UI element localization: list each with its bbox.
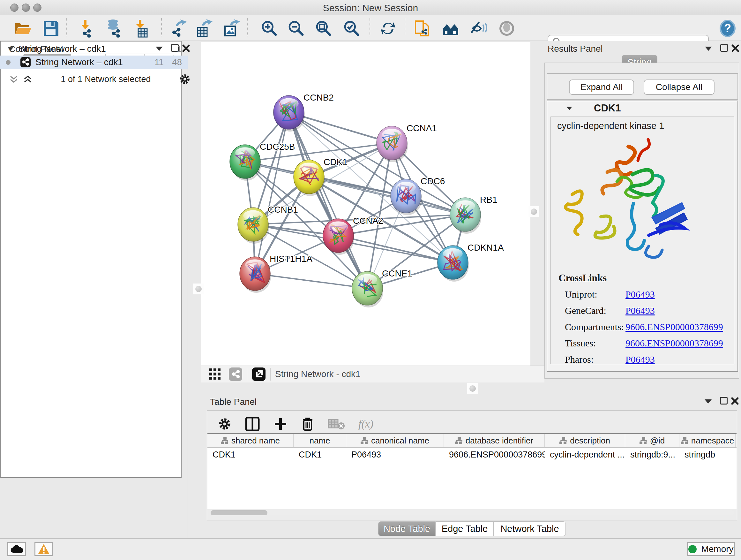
table-cell[interactable]: stringdb (679, 448, 736, 462)
expand-all-button[interactable]: Expand All (569, 79, 634, 95)
import-network-database-icon (105, 19, 124, 38)
birdseye-button[interactable] (441, 19, 461, 37)
open-session-button[interactable] (13, 19, 33, 37)
table-header-row: shared namenamecanonical namedatabase id… (207, 434, 737, 448)
refresh-button[interactable] (378, 19, 398, 37)
scrollbar-thumb[interactable] (211, 510, 267, 515)
network-options-gear-icon[interactable] (179, 73, 191, 85)
show-hide-graphics-button[interactable] (468, 19, 489, 37)
network-canvas[interactable]: CCNB2CCNA1CDC25BCDK1CDC6RB1CCNB1CCNA2CDK… (201, 42, 530, 366)
delete-table-icon-disabled (328, 418, 345, 430)
network-collection-row[interactable]: String Network – cdk1 1 (0, 42, 188, 56)
network-graph[interactable]: CCNB2CCNA1CDC25BCDK1CDC6RB1CCNB1CCNA2CDK… (201, 42, 530, 366)
svg-text:CDC25B: CDC25B (260, 142, 295, 152)
single-view-share-icon[interactable] (228, 367, 243, 381)
toolbar-separator (161, 18, 162, 37)
zoom-out-button[interactable] (286, 19, 307, 37)
create-column-icon[interactable] (273, 417, 287, 431)
cloud-icon (10, 545, 23, 553)
zoom-in-button[interactable] (259, 19, 280, 37)
crosslink-row: Uniprot:P06493 (565, 289, 734, 300)
expand-all-networks-icon[interactable] (23, 74, 32, 84)
grid-view-icon[interactable] (209, 368, 221, 381)
table-options-gear-icon[interactable] (218, 417, 231, 431)
tab-edge-table[interactable]: Edge Table (435, 521, 494, 536)
export-network-button[interactable] (169, 19, 189, 37)
table-cell[interactable]: CDK1 (293, 448, 346, 462)
import-network-file-icon (78, 19, 97, 38)
save-session-button[interactable] (41, 19, 61, 37)
right-splitter-handle[interactable] (529, 206, 539, 217)
tab-network-table[interactable]: Network Table (494, 521, 566, 536)
crosslink-value-link[interactable]: 9606.ENSP00000378699 (625, 338, 723, 349)
column-header--id[interactable]: @id (625, 434, 679, 447)
table-panel-close-icon[interactable] (731, 397, 739, 405)
gene-section-caret-icon[interactable] (566, 107, 572, 110)
gene-section-header[interactable]: CDK1 (547, 101, 738, 115)
table-cell[interactable]: 9606.ENSP00000378699 (444, 448, 545, 462)
table-cell[interactable]: cyclin-dependent ... (545, 448, 625, 462)
string-results-content: Expand All Collapse All CDK1 cyclin-depe… (544, 63, 739, 379)
zoom-in-icon (261, 20, 278, 37)
main-toolbar: ? (0, 15, 741, 41)
toolbar-separator (405, 18, 405, 37)
import-network-file-button[interactable] (77, 19, 98, 37)
network-row[interactable]: String Network – cdk1 11 48 (0, 56, 188, 69)
crosslink-value-link[interactable]: P06493 (625, 289, 655, 300)
svg-text:CCNB2: CCNB2 (304, 92, 334, 103)
toolbar-separator (66, 18, 67, 37)
cloud-button[interactable] (7, 542, 26, 556)
table-horizontal-scrollbar[interactable] (211, 510, 734, 515)
column-header-database-identifier[interactable]: database identifier (444, 434, 545, 447)
level-of-detail-button[interactable] (496, 19, 517, 37)
tab-node-table[interactable]: Node Table (378, 521, 435, 536)
zoom-fit-button[interactable] (313, 19, 334, 37)
delete-column-icon[interactable] (301, 417, 314, 431)
clone-network-icon (414, 19, 431, 38)
table-panel-float-icon[interactable] (720, 397, 728, 405)
show-column-selector-icon[interactable] (245, 416, 260, 432)
zoom-selected-button[interactable] (341, 19, 362, 37)
zoom-selected-icon (343, 20, 360, 37)
table-panel-menu-caret-icon[interactable] (704, 399, 712, 403)
import-table-button[interactable] (132, 19, 152, 37)
network-label: String Network – cdk1 (36, 57, 123, 67)
column-header-namespace[interactable]: namespace (679, 434, 736, 447)
import-network-database-button[interactable] (104, 19, 125, 37)
table-cell[interactable]: P06493 (346, 448, 444, 462)
crosslink-value-link[interactable]: P06493 (625, 354, 655, 365)
results-panel-menu-caret-icon[interactable] (705, 47, 712, 51)
results-panel-close-icon[interactable] (731, 44, 739, 52)
column-header-name[interactable]: name (293, 434, 346, 447)
export-table-icon (195, 19, 213, 38)
zoom-out-icon (288, 20, 305, 37)
export-image-icon (222, 19, 241, 38)
export-table-button[interactable] (194, 19, 214, 37)
shared-column-icon (360, 437, 368, 444)
svg-text:RB1: RB1 (480, 195, 497, 205)
collapse-all-networks-icon[interactable] (9, 74, 18, 84)
collection-caret-icon[interactable] (8, 47, 13, 51)
clone-network-button[interactable] (412, 19, 433, 37)
crosslink-value-link[interactable]: 9606.ENSP00000378699 (625, 321, 723, 332)
results-panel-float-icon[interactable] (720, 44, 728, 52)
column-header-shared-name[interactable]: shared name (207, 434, 293, 447)
memory-button[interactable]: Memory (687, 542, 735, 556)
left-splitter-handle[interactable] (193, 284, 204, 294)
column-header-canonical-name[interactable]: canonical name (346, 434, 444, 447)
help-button[interactable]: ? (718, 19, 738, 37)
table-row[interactable]: CDK1CDK1P064939606.ENSP00000378699cyclin… (207, 448, 737, 462)
network-selection-status: 1 of 1 Network selected (32, 74, 179, 84)
node-table-grid[interactable]: shared namenamecanonical namedatabase id… (207, 433, 737, 509)
column-header-description[interactable]: description (545, 434, 625, 447)
toolbar-separator (369, 18, 370, 37)
collapse-all-button[interactable]: Collapse All (644, 79, 715, 95)
detach-view-icon[interactable] (252, 367, 266, 381)
export-image-button[interactable] (221, 19, 242, 37)
warnings-button[interactable] (35, 542, 53, 556)
table-cell[interactable]: stringdb:9... (625, 448, 679, 462)
level-of-detail-icon (499, 20, 515, 37)
crosslink-value-link[interactable]: P06493 (625, 305, 655, 316)
table-cell[interactable]: CDK1 (207, 448, 293, 462)
bottom-splitter-handle[interactable] (467, 383, 478, 394)
